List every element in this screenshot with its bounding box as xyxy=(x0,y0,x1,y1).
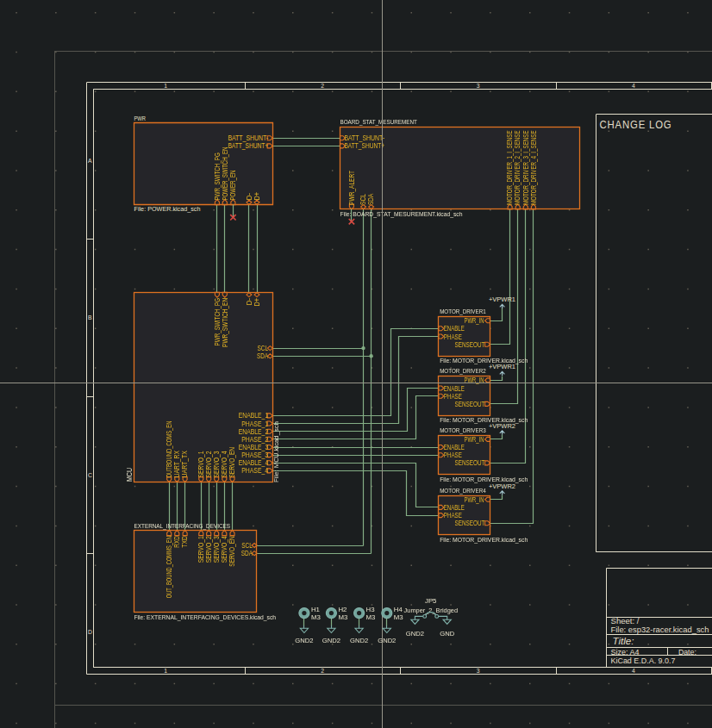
svg-text:File: BOARD_STAT_MESUREMENT.ki: File: BOARD_STAT_MESUREMENT.kicad_sch xyxy=(340,210,462,218)
svg-text:File: MCU.kicad_sch: File: MCU.kicad_sch xyxy=(272,421,280,482)
svg-text:SDA: SDA xyxy=(257,352,268,360)
svg-text:Title:: Title: xyxy=(612,636,634,646)
svg-text:MOTOR_DRIVER2: MOTOR_DRIVER2 xyxy=(440,367,486,375)
svg-text:SENSEOUT: SENSEOUT xyxy=(454,400,485,408)
svg-text:SENSEOUT: SENSEOUT xyxy=(454,340,485,349)
svg-text:Size: A4: Size: A4 xyxy=(610,648,639,656)
svg-text:4: 4 xyxy=(632,83,635,89)
svg-text:GND2: GND2 xyxy=(295,637,313,644)
svg-text:GND2: GND2 xyxy=(350,637,368,644)
svg-text:File: MOTOR_DRIVER.kicad_sch: File: MOTOR_DRIVER.kicad_sch xyxy=(440,536,528,544)
svg-text:File: EXTERNAL_INTERFACING_DEV: File: EXTERNAL_INTERFACING_DEVICES.kicad… xyxy=(134,613,276,621)
svg-text:UART_TX: UART_TX xyxy=(180,451,189,478)
svg-text:File: MOTOR_DRIVER.kicad_sch: File: MOTOR_DRIVER.kicad_sch xyxy=(440,416,528,424)
svg-text:PHASE: PHASE xyxy=(444,333,462,341)
svg-text:M3: M3 xyxy=(338,613,347,621)
svg-text:+VPWR2: +VPWR2 xyxy=(489,482,515,490)
svg-text:File: POWER.kicad_sch: File: POWER.kicad_sch xyxy=(134,205,200,213)
svg-text:PWR_IN: PWR_IN xyxy=(464,316,484,325)
svg-text:3: 3 xyxy=(477,83,480,89)
svg-text:SENSEOUT: SENSEOUT xyxy=(454,458,485,467)
svg-text:BOARD_STAT_MESUREMENT: BOARD_STAT_MESUREMENT xyxy=(340,118,416,126)
svg-text:+VPWR1: +VPWR1 xyxy=(489,296,515,303)
svg-text:PWR_SWTICH_EN: PWR_SWTICH_EN xyxy=(221,298,229,347)
svg-text:PHASE_4: PHASE_4 xyxy=(241,466,268,475)
svg-text:CHANGE LOG: CHANGE LOG xyxy=(599,118,671,131)
svg-text:PHASE: PHASE xyxy=(444,392,462,401)
svg-text:2: 2 xyxy=(321,83,324,89)
svg-text:File: MOTOR_DRIVER.kicad_sch: File: MOTOR_DRIVER.kicad_sch xyxy=(440,476,528,483)
svg-text:M3: M3 xyxy=(394,613,403,621)
svg-text:KiCad E.D.A. 9.0.7: KiCad E.D.A. 9.0.7 xyxy=(610,656,675,665)
svg-text:GND2: GND2 xyxy=(322,637,340,644)
svg-text:MOTOR_DRIVER3: MOTOR_DRIVER3 xyxy=(440,426,486,434)
svg-text:B: B xyxy=(88,314,92,320)
svg-text:POWER_SWITCH_EN: POWER_SWITCH_EN xyxy=(221,147,229,201)
svg-text:SERVO_EN: SERVO_EN xyxy=(228,447,236,478)
svg-text:M3: M3 xyxy=(366,613,376,621)
svg-text:M3: M3 xyxy=(311,613,321,621)
svg-text:JP5: JP5 xyxy=(425,597,437,605)
svg-text:PWR_ALERT: PWR_ALERT xyxy=(347,170,356,205)
svg-text:D+: D+ xyxy=(253,298,261,307)
svg-text:MOTOR_DRIVER4: MOTOR_DRIVER4 xyxy=(440,487,486,495)
svg-text:EXTERNAL_INTERFACING_DEVICES: EXTERNAL_INTERFACING_DEVICES xyxy=(134,522,230,530)
svg-text:PWR: PWR xyxy=(134,115,146,122)
svg-text:D: D xyxy=(88,629,92,635)
svg-text:GND2: GND2 xyxy=(406,630,424,638)
svg-text:SDA: SDA xyxy=(241,549,253,557)
svg-text:C: C xyxy=(88,472,92,478)
svg-text:File: MOTOR_DRIVER.kicad_sch: File: MOTOR_DRIVER.kicad_sch xyxy=(440,357,528,364)
svg-text:PHASE: PHASE xyxy=(444,511,462,520)
svg-text:Date:: Date: xyxy=(678,648,696,656)
svg-text:PWR_IN: PWR_IN xyxy=(464,495,484,504)
svg-text:BATT_SHUNT+: BATT_SHUNT+ xyxy=(228,141,268,150)
svg-text:PWR_IN: PWR_IN xyxy=(464,435,484,444)
svg-text:2: 2 xyxy=(321,668,324,674)
svg-text:TXD: TXD xyxy=(180,536,189,548)
svg-text:GND2: GND2 xyxy=(378,637,396,644)
svg-text:Jumper_2_Bridged: Jumper_2_Bridged xyxy=(404,607,458,614)
svg-text:1: 1 xyxy=(164,83,167,89)
svg-text:SERVO_EN: SERVO_EN xyxy=(228,536,236,567)
svg-text:File: esp32-racer.kicad_sch: File: esp32-racer.kicad_sch xyxy=(610,625,709,634)
svg-text:4: 4 xyxy=(632,668,635,674)
svg-text:MCU: MCU xyxy=(125,468,134,482)
svg-text:D+: D+ xyxy=(253,192,261,201)
svg-text:GND: GND xyxy=(440,630,454,638)
svg-text:BATT_SHUNT+: BATT_SHUNT+ xyxy=(344,141,384,150)
svg-text:3: 3 xyxy=(477,668,480,674)
svg-text:SENSEOUT: SENSEOUT xyxy=(454,519,485,527)
svg-text:SDA: SDA xyxy=(366,194,375,205)
svg-text:MOTOR_DRIVER1: MOTOR_DRIVER1 xyxy=(440,308,486,315)
svg-text:MOTOR_DRIVER_4_I_SENSE: MOTOR_DRIVER_4_I_SENSE xyxy=(529,130,538,205)
svg-text:A: A xyxy=(88,158,92,164)
svg-text:1: 1 xyxy=(164,668,167,674)
svg-text:POWER_EN: POWER_EN xyxy=(228,171,237,201)
svg-text:PHASE: PHASE xyxy=(444,451,462,459)
